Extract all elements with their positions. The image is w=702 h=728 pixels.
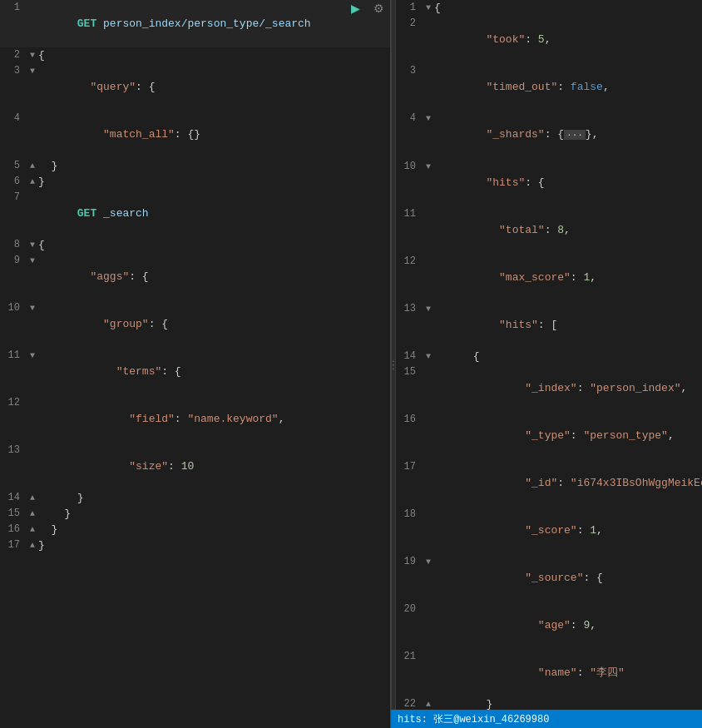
editor-line-8: 8 ▼ { [0, 237, 390, 253]
out-content-13: "hits": [ [434, 301, 699, 349]
line-toggle-15[interactable]: ▲ [27, 506, 38, 522]
out-content-11: "total": 8, [434, 206, 699, 254]
out-content-12: "max_score": 1, [434, 254, 699, 301]
out-toggle-19[interactable]: ▼ [423, 554, 434, 570]
out-content-14: { [434, 349, 699, 364]
out-content-10: "hits": { [434, 159, 699, 206]
line-num-2: 2 [3, 47, 27, 63]
line-num-8: 8 [3, 237, 27, 253]
line-toggle-11[interactable]: ▼ [27, 348, 38, 364]
line-toggle-10[interactable]: ▼ [27, 300, 38, 316]
line-toggle-17[interactable]: ▲ [27, 537, 38, 553]
line-content-1: GET person_index/person_type/_search [38, 0, 340, 47]
line-num-3: 3 [3, 63, 27, 79]
editor-line-10: 10 ▼ "group": { [0, 300, 390, 348]
line-content-9: "aggs": { [38, 253, 387, 300]
out-toggle-13[interactable]: ▼ [423, 301, 434, 317]
editor-line-6: 6 ▲ } [0, 174, 390, 190]
out-toggle-14[interactable]: ▼ [423, 349, 434, 364]
editor-line-16: 16 ▲ } [0, 522, 390, 537]
line-num-9: 9 [3, 253, 27, 269]
line-content-7: GET _search [38, 190, 387, 237]
out-content-15: "_index": "person_index", [434, 364, 699, 412]
out-content-21: "name": "李四" [434, 649, 699, 696]
left-editor-panel[interactable]: 1 GET person_index/person_type/_search ▶… [0, 0, 391, 728]
line-num-6: 6 [3, 174, 27, 190]
line-num-16: 16 [3, 522, 27, 537]
out-line-14: 14 ▼ { [396, 349, 702, 364]
out-line-18: 18 "_score": 1, [396, 507, 702, 554]
line-toggle-2[interactable]: ▼ [27, 47, 38, 63]
editor-line-1: 1 GET person_index/person_type/_search ▶… [0, 0, 390, 47]
editor-line-12: 12 "field": "name.keyword", [0, 395, 390, 443]
out-content-1: { [434, 0, 699, 16]
right-output-panel: 1 ▼ { 2 "took": 5, 3 "timed_out": false,… [396, 0, 702, 728]
out-line-11: 11 "total": 8, [396, 206, 702, 254]
line-content-5: } [38, 158, 387, 174]
out-content-17: "_id": "i674x3IBsOhWggMeikEo", [434, 459, 702, 507]
status-bar: hits: 张三@weixin_46269980 [396, 710, 702, 728]
editor-line-5: 5 ▲ } [0, 158, 390, 174]
out-content-2: "took": 5, [434, 16, 699, 63]
out-num-14: 14 [399, 349, 423, 364]
line-content-4: "match_all": {} [38, 111, 387, 158]
out-toggle-10[interactable]: ▼ [423, 159, 434, 175]
line-content-8: { [38, 237, 387, 253]
run-button[interactable]: ▶ [347, 0, 363, 17]
line-num-13: 13 [3, 443, 27, 458]
out-num-20: 20 [399, 602, 423, 617]
out-num-11: 11 [399, 206, 423, 222]
line-content-14: } [38, 490, 387, 506]
line-content-10: "group": { [38, 300, 387, 348]
line-content-3: "query": { [38, 63, 387, 111]
out-content-4: "_shards": {···}, [434, 111, 699, 159]
out-content-3: "timed_out": false, [434, 63, 699, 111]
line-buttons-1[interactable]: ▶ ⚙ [347, 0, 387, 17]
line-toggle-8[interactable]: ▼ [27, 237, 38, 253]
out-num-17: 17 [399, 459, 423, 475]
line-num-12: 12 [3, 395, 27, 411]
line-num-4: 4 [3, 111, 27, 126]
out-line-13: 13 ▼ "hits": [ [396, 301, 702, 349]
line-num-14: 14 [3, 490, 27, 506]
out-line-19: 19 ▼ "_source": { [396, 554, 702, 602]
out-num-15: 15 [399, 364, 423, 380]
out-content-16: "_type": "person_type", [434, 412, 699, 459]
line-toggle-16[interactable]: ▲ [27, 522, 38, 537]
out-line-16: 16 "_type": "person_type", [396, 412, 702, 459]
line-toggle-14[interactable]: ▲ [27, 490, 38, 506]
out-num-3: 3 [399, 63, 423, 79]
out-line-21: 21 "name": "李四" [396, 649, 702, 696]
out-num-1: 1 [399, 0, 423, 16]
line-toggle-5[interactable]: ▲ [27, 158, 38, 174]
out-num-18: 18 [399, 507, 423, 522]
line-content-16: } [38, 522, 387, 537]
out-line-15: 15 "_index": "person_index", [396, 364, 702, 412]
out-num-2: 2 [399, 16, 423, 32]
out-line-17: 17 "_id": "i674x3IBsOhWggMeikEo", [396, 459, 702, 507]
out-line-2: 2 "took": 5, [396, 16, 702, 63]
line-content-6: } [38, 174, 387, 190]
editor-line-2: 2 ▼ { [0, 47, 390, 63]
tools-button[interactable]: ⚙ [370, 0, 387, 17]
out-toggle-4[interactable]: ▼ [423, 111, 434, 126]
line-content-13: "size": 10 [38, 443, 387, 490]
line-toggle-9[interactable]: ▼ [27, 253, 38, 269]
out-num-16: 16 [399, 412, 423, 428]
out-num-21: 21 [399, 649, 423, 665]
out-content-19: "_source": { [434, 554, 699, 602]
line-num-7: 7 [3, 190, 27, 206]
editor-line-3: 3 ▼ "query": { [0, 63, 390, 111]
line-num-10: 10 [3, 300, 27, 316]
out-num-19: 19 [399, 554, 423, 570]
out-line-1: 1 ▼ { [396, 0, 702, 16]
out-line-20: 20 "age": 9, [396, 602, 702, 649]
out-line-12: 12 "max_score": 1, [396, 254, 702, 301]
out-line-10: 10 ▼ "hits": { [396, 159, 702, 206]
line-content-11: "terms": { [38, 348, 387, 395]
editor-line-15: 15 ▲ } [0, 506, 390, 522]
line-toggle-3[interactable]: ▼ [27, 63, 38, 79]
line-toggle-6[interactable]: ▲ [27, 174, 38, 190]
out-toggle-1[interactable]: ▼ [423, 0, 434, 16]
editor-line-9: 9 ▼ "aggs": { [0, 253, 390, 300]
